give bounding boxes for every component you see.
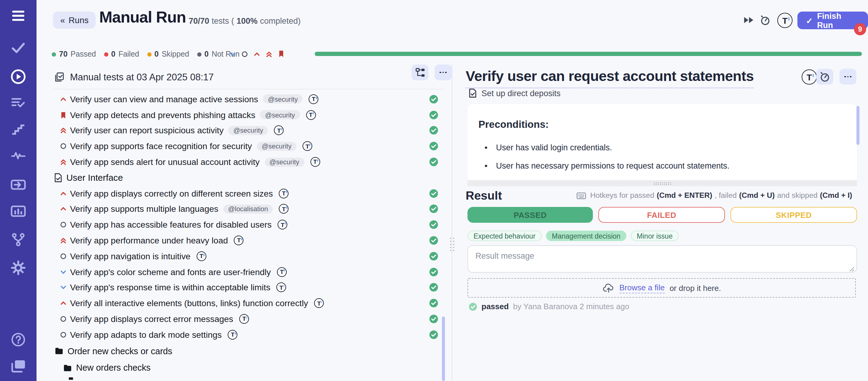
test-rows: Verify user can view and manage active s…: [54, 91, 443, 376]
tag-badge: @security: [265, 157, 304, 166]
test-row-title: Verify app navigation is intuitive: [70, 251, 190, 261]
sidebar-item-login-box[interactable]: [0, 178, 36, 191]
file-dropzone[interactable]: Browse a file or drop it here.: [467, 278, 856, 297]
test-row[interactable]: Verify app navigation is intuitiveT: [54, 248, 443, 264]
test-row-title: Verify app displays correctly on differe…: [70, 188, 273, 198]
test-row[interactable]: Verify app adapts to dark mode settingsT: [54, 327, 443, 343]
tag-badge: @security: [263, 95, 303, 104]
folder-row[interactable]: New orders checks: [54, 359, 443, 376]
stopwatch-icon[interactable]: [760, 14, 771, 26]
passed-check-icon: [429, 220, 438, 229]
chevron-down-icon[interactable]: [229, 50, 236, 58]
test-row-title: Verify app supports face recognition for…: [70, 141, 252, 151]
passed-check-icon: [429, 283, 438, 292]
sidebar-item-branch[interactable]: [0, 232, 36, 247]
tag-badge: @security: [260, 110, 300, 119]
clipboard-check-icon: [54, 72, 64, 83]
result-tag[interactable]: Minor issue: [630, 231, 679, 241]
file-check-icon: [468, 88, 477, 98]
status-dot-icon: [197, 52, 202, 56]
passed-check-icon: [429, 189, 438, 198]
result-tag[interactable]: Management decision: [546, 231, 626, 241]
passed-check-icon: [429, 267, 438, 276]
passed-check-icon: [429, 299, 438, 308]
result-skipped-button[interactable]: SKIPPED: [731, 207, 857, 223]
bookmark-icon: [60, 111, 67, 118]
fast-forward-icon[interactable]: [743, 16, 754, 24]
status-row: 70Passed0Failed0Skipped0Not Run: [52, 49, 868, 60]
passed-check-icon: [429, 330, 438, 339]
sidebar-item-help[interactable]: [0, 332, 36, 347]
priority-filter-icons: [229, 50, 285, 58]
test-row[interactable]: Verify all interactive elements (buttons…: [54, 295, 443, 311]
test-row[interactable]: Verify app displays correctly on differe…: [54, 186, 443, 201]
test-row[interactable]: Verify app's response time is within acc…: [54, 280, 443, 295]
app-root: « Runs Manual Run 70/70 tests ( 100% com…: [0, 0, 868, 381]
passed-check-icon: [429, 252, 438, 261]
passed-check-icon: [429, 95, 438, 104]
sidebar-item-menu[interactable]: [0, 10, 36, 21]
test-row[interactable]: Verify app performance under heavy loadT: [54, 232, 443, 248]
chevron-up-icon: [60, 190, 67, 197]
test-row[interactable]: Verify app sends alert for unusual accou…: [54, 154, 443, 170]
precondition-item: User has necessary permissions to reques…: [478, 156, 845, 175]
test-row[interactable]: Verify app detects and prevents phishing…: [54, 107, 443, 123]
brand-logo-icon[interactable]: T: [777, 13, 793, 28]
test-row[interactable]: Verify user can view and manage active s…: [54, 91, 443, 107]
test-row-title: Verify app's color scheme and fonts are …: [70, 267, 271, 277]
result-message-input[interactable]: [467, 245, 857, 273]
test-row-title: Verify app detects and prevents phishing…: [70, 110, 255, 120]
circle-icon: [60, 331, 67, 339]
list-scrollbar[interactable]: [442, 316, 445, 381]
folder-row[interactable]: Order new checks or cards: [54, 343, 443, 359]
sidebar-item-bar-chart[interactable]: [0, 205, 36, 217]
timer-button[interactable]: [816, 69, 833, 85]
brand-logo-icon: T: [228, 330, 238, 340]
status-count-failed[interactable]: 0Failed: [104, 50, 139, 58]
chevron-up-icon[interactable]: [253, 50, 260, 58]
status-count-skipped[interactable]: 0Skipped: [147, 50, 189, 58]
sidebar-item-play-circle[interactable]: [0, 69, 36, 85]
test-row[interactable]: Verify app supports multiple languages@l…: [54, 201, 443, 217]
test-row-title: Verify user can report suspicious activi…: [70, 126, 224, 135]
suite-section-row[interactable]: User Interface: [54, 170, 443, 186]
test-title[interactable]: Verify user can request account statemen…: [466, 68, 754, 88]
test-row-title: Verify app performance under heavy load: [70, 235, 228, 245]
brand-logo-icon: T: [314, 298, 324, 308]
circle-icon[interactable]: [241, 50, 248, 58]
list-more-button[interactable]: [435, 65, 452, 80]
test-row[interactable]: Verify app has accessible features for d…: [54, 217, 443, 233]
result-tag[interactable]: Expected behaviour: [467, 231, 541, 241]
back-icon: «: [60, 15, 65, 25]
test-row[interactable]: Verify app's color scheme and fonts are …: [54, 264, 443, 280]
sidebar-item-folders[interactable]: [0, 359, 36, 373]
status-counts: 70Passed0Failed0Skipped0Not Run: [52, 49, 240, 60]
detail-more-button[interactable]: [839, 69, 857, 85]
test-row[interactable]: Verify app supports face recognition for…: [54, 138, 443, 154]
test-row-title: Verify app supports multiple languages: [70, 204, 218, 214]
test-row[interactable]: Verify user can report suspicious activi…: [54, 123, 443, 138]
detail-scrollbar[interactable]: [857, 106, 859, 145]
test-list-pane: Manual tests at 03 Apr 2025 08:17 Verify…: [36, 63, 452, 381]
run-progress-bar: [315, 52, 862, 56]
sidebar-item-gear[interactable]: [0, 260, 36, 276]
result-failed-button[interactable]: FAILED: [598, 207, 725, 223]
chevrons-up-icon: [60, 127, 67, 134]
result-passed-button[interactable]: PASSED: [467, 207, 593, 223]
browse-file-link[interactable]: Browse a file: [619, 283, 665, 293]
tree-view-button[interactable]: [411, 65, 429, 80]
suite-breadcrumb[interactable]: Set up direct deposits: [468, 88, 561, 98]
notification-badge[interactable]: 9: [854, 23, 866, 35]
sidebar-item-test-list[interactable]: [0, 97, 36, 109]
card-resize-bar[interactable]: [467, 180, 857, 186]
sidebar-item-activity[interactable]: [0, 150, 36, 161]
sidebar-item-steps[interactable]: [0, 124, 36, 136]
status-count-passed[interactable]: 70Passed: [52, 50, 96, 58]
back-to-runs-button[interactable]: « Runs: [53, 11, 96, 29]
chevrons-up-icon[interactable]: [266, 50, 273, 58]
test-row[interactable]: Verify app displays correct error messag…: [54, 311, 443, 327]
page-title: Manual Run: [99, 8, 186, 27]
chevron-up-icon: [60, 300, 67, 307]
sidebar-item-check[interactable]: [0, 42, 36, 54]
bookmark-icon[interactable]: [278, 50, 285, 58]
